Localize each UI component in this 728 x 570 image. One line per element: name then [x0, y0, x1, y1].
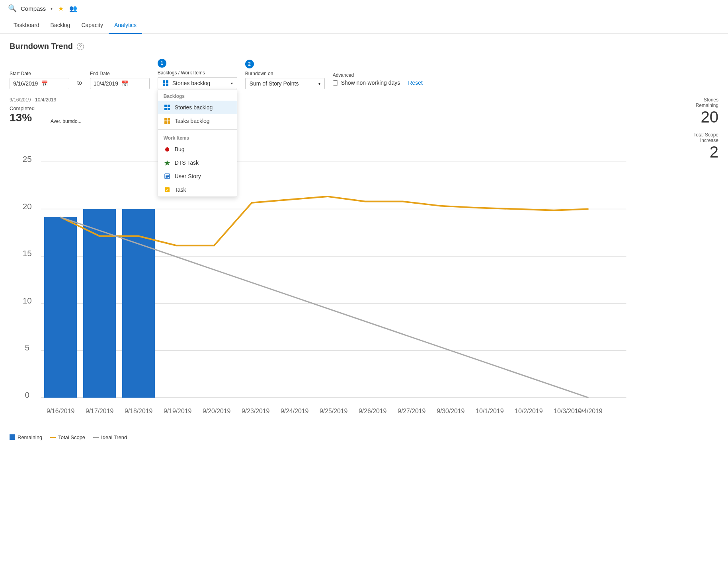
bug-label: Bug [175, 146, 185, 152]
tasks-backlog-icon [164, 117, 171, 125]
svg-text:15: 15 [23, 249, 32, 258]
end-date-input[interactable]: 10/4/2019 📅 [90, 78, 150, 89]
advanced-control: Advanced Show non-working days [333, 72, 400, 89]
svg-text:9/26/2019: 9/26/2019 [359, 408, 386, 414]
svg-text:9/24/2019: 9/24/2019 [281, 408, 308, 414]
legend-total-scope: Total Scope [50, 434, 85, 440]
to-label: to [77, 80, 82, 89]
backlogs-label: Backlogs / Work Items [158, 70, 237, 76]
reset-button[interactable]: Reset [408, 80, 423, 89]
end-date-value: 10/4/2019 [94, 80, 118, 87]
svg-rect-10 [164, 121, 167, 124]
backlogs-chevron-icon: ▾ [231, 81, 233, 86]
svg-text:9/20/2019: 9/20/2019 [203, 408, 230, 414]
tab-taskboard[interactable]: Taskboard [8, 17, 45, 34]
show-nonworking-checkbox[interactable] [333, 80, 338, 86]
svg-rect-1 [166, 80, 168, 83]
show-nonworking-group: Show non-working days [333, 80, 400, 89]
svg-text:9/17/2019: 9/17/2019 [86, 408, 113, 414]
tasks-backlog-label: Tasks backlog [175, 118, 210, 124]
svg-rect-3 [166, 84, 168, 86]
start-date-label: Start Date [10, 71, 69, 76]
start-date-group: Start Date 9/16/2019 📅 [10, 71, 69, 89]
app-name: Compass [21, 5, 46, 12]
start-date-value: 9/16/2019 [13, 80, 38, 87]
svg-text:9/16/2019: 9/16/2019 [47, 408, 74, 414]
legend-remaining-label: Remaining [18, 434, 42, 440]
calendar-icon-end[interactable]: 📅 [121, 80, 146, 87]
backlogs-section-label: Backlogs [158, 89, 237, 101]
chevron-icon[interactable]: ▾ [51, 6, 53, 11]
total-scope-block: Total Scope Increase 2 [647, 132, 718, 161]
backlogs-dropdown-menu: Backlogs Stories backlog [158, 89, 237, 197]
dropdown-item-task[interactable]: Task [158, 183, 237, 196]
svg-rect-7 [168, 108, 170, 110]
svg-text:10: 10 [23, 296, 32, 305]
legend-remaining-color [10, 434, 15, 440]
svg-text:9/30/2019: 9/30/2019 [437, 408, 465, 414]
tab-capacity[interactable]: Capacity [76, 17, 108, 34]
top-bar: 🔍 Compass ▾ ★ 👥 [0, 0, 728, 17]
bar-9-18 [122, 209, 155, 398]
app-icon: 🔍 [8, 4, 17, 13]
star-icon[interactable]: ★ [58, 5, 64, 12]
chart-svg: 0 5 10 15 20 25 [10, 127, 639, 429]
bug-icon [164, 146, 171, 153]
end-date-group: End Date 10/4/2019 📅 [90, 71, 150, 89]
dropdown-item-tasks-backlog[interactable]: Tasks backlog [158, 114, 237, 128]
user-story-label: User Story [175, 173, 201, 179]
svg-text:9/23/2019: 9/23/2019 [242, 408, 269, 414]
start-date-input[interactable]: 9/16/2019 📅 [10, 78, 69, 89]
dropdown-item-dts-task[interactable]: DTS Task [158, 156, 237, 169]
svg-rect-4 [164, 105, 167, 107]
svg-text:9/25/2019: 9/25/2019 [320, 408, 347, 414]
backlogs-control: 1 Backlogs / Work Items Stories backlog [158, 59, 237, 89]
svg-rect-5 [168, 105, 170, 107]
svg-rect-14 [167, 147, 168, 149]
svg-text:0: 0 [25, 390, 29, 399]
legend-total-scope-color [50, 437, 56, 438]
completed-label: Completed [10, 105, 35, 111]
svg-text:25: 25 [23, 154, 32, 163]
nav-tabs: Taskboard Backlog Capacity Analytics [0, 17, 728, 34]
legend-ideal-trend-color [93, 437, 99, 438]
dropdown-divider [158, 129, 237, 130]
calendar-icon-start[interactable]: 📅 [41, 80, 66, 87]
legend-remaining: Remaining [10, 434, 42, 440]
dropdown-item-user-story[interactable]: User Story [158, 169, 237, 183]
step2-badge: 2 [245, 60, 254, 68]
svg-rect-6 [164, 108, 167, 110]
burndown-on-dropdown[interactable]: Sum of Story Points ▾ [245, 78, 325, 89]
svg-text:10/4/2019: 10/4/2019 [574, 408, 602, 414]
legend-ideal-trend: Ideal Trend [93, 434, 127, 440]
svg-rect-9 [168, 118, 170, 121]
burndown-on-value: Sum of Story Points [250, 80, 299, 87]
svg-text:9/18/2019: 9/18/2019 [125, 408, 152, 414]
backlogs-selected-label: Stories backlog [172, 80, 211, 86]
user-icon[interactable]: 👥 [69, 5, 77, 12]
dropdown-item-stories-backlog[interactable]: Stories backlog [158, 101, 237, 114]
dropdown-item-bug[interactable]: Bug [158, 142, 237, 156]
backlogs-dropdown-btn[interactable]: Stories backlog ▾ [158, 77, 237, 89]
avg-burndown-label: Aver. burndo... [51, 119, 82, 124]
main-content: Burndown Trend ? Start Date 9/16/2019 📅 … [0, 34, 728, 448]
show-nonworking-label: Show non-working days [341, 80, 400, 86]
burndown-on-control: 2 Burndown on Sum of Story Points ▾ [245, 60, 325, 89]
burndown-chevron-icon: ▾ [318, 82, 320, 86]
svg-marker-15 [164, 160, 170, 165]
svg-rect-19 [166, 177, 168, 178]
help-icon[interactable]: ? [77, 43, 84, 50]
advanced-label: Advanced [333, 72, 400, 78]
chart-date-range: 9/16/2019 - 10/4/2019 [10, 97, 639, 103]
controls-row: Start Date 9/16/2019 📅 to End Date 10/4/… [10, 59, 718, 89]
chart-area: 9/16/2019 - 10/4/2019 Completed 13% Aver… [10, 97, 718, 440]
user-story-icon [164, 173, 171, 180]
svg-rect-0 [163, 80, 165, 83]
svg-text:5: 5 [25, 343, 29, 352]
tab-backlog[interactable]: Backlog [45, 17, 76, 34]
svg-text:9/27/2019: 9/27/2019 [398, 408, 425, 414]
completed-pct: 13% [10, 111, 35, 124]
tab-analytics[interactable]: Analytics [109, 17, 142, 34]
stories-remaining-value: 20 [647, 108, 718, 126]
bar-9-17 [83, 209, 116, 398]
